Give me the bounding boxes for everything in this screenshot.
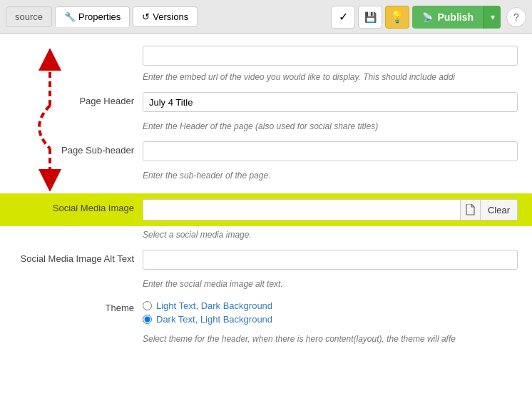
theme-hint-row: Select theme for the header, when there … xyxy=(14,332,518,344)
publish-button[interactable]: 📡 Publish xyxy=(412,6,484,29)
page-header-hint: Enter the Header of the page (also used … xyxy=(143,121,378,131)
theme-option1-label[interactable]: Light Text, Dark Background xyxy=(143,300,518,311)
page-header-label: Page Header xyxy=(14,92,143,106)
form-area-2: Social Media Image Alt Text Enter the so… xyxy=(0,245,532,357)
clear-label: Clear xyxy=(488,205,510,215)
wrench-icon: 🔧 xyxy=(64,11,76,22)
properties-tab[interactable]: 🔧 Properties xyxy=(55,6,130,27)
theme-option1-link[interactable]: Light Text, Dark Background xyxy=(156,300,272,311)
main-content: Hero Video Enter the embed url of the vi… xyxy=(0,34,532,406)
source-tab[interactable]: source xyxy=(6,6,52,27)
social-media-image-hint-row: Select a social media image. xyxy=(0,226,532,245)
file-picker-button[interactable] xyxy=(460,200,480,220)
lightbulb-icon: 💡 xyxy=(390,10,404,24)
theme-option2-link[interactable]: Dark Text, Light Background xyxy=(156,314,272,325)
publish-label: Publish xyxy=(437,11,474,23)
theme-option1-radio[interactable] xyxy=(143,301,152,310)
hero-video-input[interactable] xyxy=(143,46,518,66)
clear-button[interactable]: Clear xyxy=(480,200,517,220)
versions-tab[interactable]: ↺ Versions xyxy=(133,6,198,27)
page-subheader-row: Page Sub-header xyxy=(14,137,518,166)
page-header-input[interactable] xyxy=(143,92,518,112)
publish-icon: 📡 xyxy=(422,12,433,22)
image-input-wrap: Clear xyxy=(143,199,518,220)
social-media-alt-content xyxy=(143,250,518,270)
social-media-image-hint: Select a social media image. xyxy=(143,230,252,240)
page-header-row: Page Header xyxy=(14,88,518,116)
help-button[interactable]: ? xyxy=(506,7,526,27)
social-media-image-label: Social Media Image xyxy=(14,199,143,213)
social-media-image-row: Social Media Image Clear xyxy=(0,193,532,226)
versions-tab-label: Versions xyxy=(153,11,188,22)
check-icon: ✓ xyxy=(339,10,348,24)
social-media-alt-input[interactable] xyxy=(143,250,518,270)
social-media-alt-label: Social Media Image Alt Text xyxy=(14,250,143,265)
hero-video-hint: Enter the embed url of the video you wou… xyxy=(143,72,455,82)
help-icon: ? xyxy=(513,11,519,23)
theme-label: Theme xyxy=(14,299,143,313)
page-subheader-label: Page Sub-header xyxy=(14,141,143,156)
social-media-alt-row: Social Media Image Alt Text xyxy=(14,245,518,274)
social-media-image-input[interactable] xyxy=(143,200,460,220)
save-icon: 💾 xyxy=(364,11,377,23)
hero-video-hint-row: Enter the embed url of the video you wou… xyxy=(14,70,518,82)
file-icon xyxy=(465,204,475,215)
page-subheader-hint-row: Enter the sub-header of the page. xyxy=(14,168,518,181)
page-subheader-input[interactable] xyxy=(143,141,518,161)
theme-row: Theme Light Text, Dark Background Dark T… xyxy=(14,295,518,329)
check-button[interactable]: ✓ xyxy=(331,6,355,29)
page-header-hint-row: Enter the Header of the page (also used … xyxy=(14,119,518,131)
publish-dropdown-button[interactable]: ▾ xyxy=(484,6,501,29)
save-button[interactable]: 💾 xyxy=(358,6,382,29)
theme-option2-radio[interactable] xyxy=(143,315,152,324)
hero-video-row: Hero Video xyxy=(14,41,518,70)
form-area: Hero Video Enter the embed url of the vi… xyxy=(0,34,532,193)
properties-tab-label: Properties xyxy=(78,11,121,22)
theme-content: Light Text, Dark Background Dark Text, L… xyxy=(143,299,518,325)
theme-hint: Select theme for the header, when there … xyxy=(143,334,456,344)
social-media-alt-hint-row: Enter the social media image alt text. xyxy=(14,277,518,289)
page-header-content xyxy=(143,92,518,112)
hero-video-content xyxy=(143,46,518,66)
theme-radio-group: Light Text, Dark Background Dark Text, L… xyxy=(143,300,518,325)
page-subheader-hint: Enter the sub-header of the page. xyxy=(143,171,270,181)
social-media-image-content: Clear xyxy=(143,199,518,220)
toolbar: source 🔧 Properties ↺ Versions ✓ 💾 💡 📡 P… xyxy=(0,0,532,34)
theme-option2-label[interactable]: Dark Text, Light Background xyxy=(143,314,518,325)
page-subheader-content xyxy=(143,141,518,161)
chevron-down-icon: ▾ xyxy=(491,12,495,22)
publish-group: 📡 Publish ▾ xyxy=(412,6,501,29)
history-icon: ↺ xyxy=(142,11,150,22)
lightbulb-button[interactable]: 💡 xyxy=(385,6,409,29)
source-tab-label: source xyxy=(15,11,43,22)
social-media-alt-hint: Enter the social media image alt text. xyxy=(143,279,283,289)
